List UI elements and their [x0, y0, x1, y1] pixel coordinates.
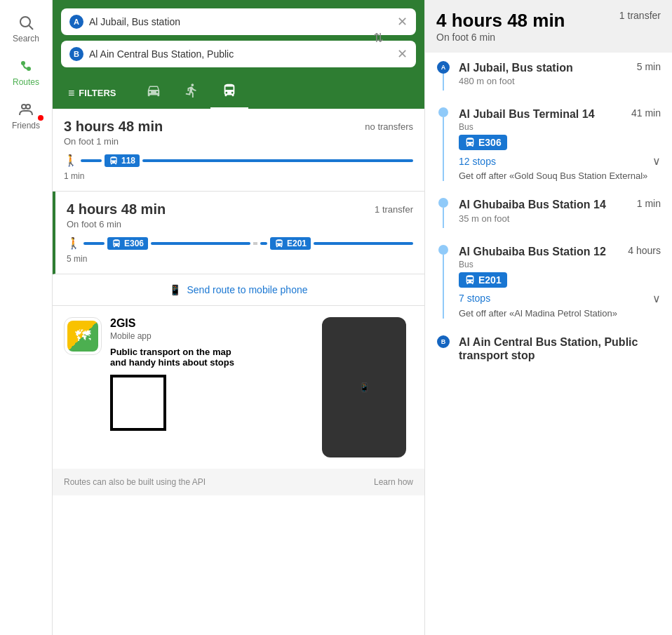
- route-1-transfers: no transfers: [365, 121, 413, 132]
- qr-code: [110, 375, 166, 431]
- route-1-bars: 🚶 118: [64, 154, 413, 167]
- bus-badge-1: E306: [459, 135, 507, 150]
- time-1: 41 min: [631, 107, 661, 119]
- sub-a: 480 m on foot: [459, 76, 661, 86]
- destination-clear-button[interactable]: ✕: [397, 46, 408, 62]
- type-1: Bus: [459, 122, 661, 132]
- friends-label: Friends: [12, 121, 40, 131]
- routes-label: Routes: [13, 77, 39, 87]
- timeline-line-3: [443, 255, 444, 319]
- phone-mockup: 📱: [322, 317, 406, 457]
- send-route-section[interactable]: 📱 Send route to mobile phone: [53, 274, 424, 306]
- timeline-left-1: [436, 107, 450, 181]
- api-note: Routes can also be built using the API L…: [53, 469, 424, 495]
- station-a: Al Jubail, Bus station: [459, 61, 573, 74]
- send-icon: 📱: [169, 284, 181, 295]
- sidebar-item-search[interactable]: Search: [0, 7, 52, 51]
- route-2-foot: On foot 6 min: [67, 219, 413, 229]
- promo-logo-inner: 🗺: [67, 321, 98, 352]
- timeline-dot-1: [438, 107, 448, 117]
- filters-bar: ≡ FILTERS: [53, 73, 424, 109]
- timeline-content-3: Al Ghubaiba Bus Station 12 4 hours Bus E…: [459, 245, 661, 319]
- time-3: 4 hours: [628, 245, 661, 256]
- timeline-item-2: Al Ghubaiba Bus Station 14 1 min 35 m on…: [436, 189, 661, 236]
- route-1-time: 3 hours 48 min: [64, 119, 163, 135]
- route-card-1[interactable]: 3 hours 48 min no transfers On foot 1 mi…: [53, 109, 424, 192]
- tl-header-3: Al Ghubaiba Bus Station 12 4 hours: [459, 245, 661, 258]
- timeline-item-1: Al Jubail Bus Terminal 14 41 min Bus E30…: [436, 99, 661, 189]
- swap-button[interactable]: ⇅: [373, 30, 384, 46]
- timeline-line-1: [443, 117, 444, 181]
- send-route-label: Send route to mobile phone: [187, 284, 307, 295]
- filters-label: FILTERS: [79, 88, 116, 98]
- detail-transfers: 1 transfer: [619, 10, 661, 21]
- detail-header: 4 hours 48 min On foot 6 min 1 transfer: [425, 0, 672, 53]
- note-1: Get off after «Gold Souq Bus Station Ext…: [459, 171, 661, 181]
- type-3: Bus: [459, 260, 661, 269]
- origin-row: A Al Jubail, Bus station ✕: [61, 8, 416, 35]
- stops-link-3: 7 stops: [459, 293, 490, 304]
- api-note-text: Routes can also be built using the API: [64, 477, 206, 487]
- promo-card: 🗺 2GIS Mobile app Public transport on th…: [53, 306, 424, 469]
- notification-dot: [38, 115, 43, 121]
- stops-toggle-1[interactable]: 12 stops ∨: [459, 154, 661, 168]
- timeline-content-1: Al Jubail Bus Terminal 14 41 min Bus E30…: [459, 107, 661, 181]
- sidebar-item-friends[interactable]: Friends: [0, 94, 52, 138]
- timeline-left-2: [436, 198, 450, 227]
- timeline-dot-2: [438, 198, 448, 208]
- inputs-wrapper: A Al Jubail, Bus station ✕ B Al Ain Cent…: [61, 8, 416, 67]
- detail-header-left: 4 hours 48 min On foot 6 min: [436, 10, 565, 43]
- walk-bar-2: [83, 242, 105, 245]
- promo-subtitle: Mobile app: [110, 331, 314, 341]
- promo-desc: Public transport on the mapand handy hin…: [110, 347, 314, 368]
- tab-bus[interactable]: [210, 77, 248, 109]
- stops-chevron-1[interactable]: ∨: [652, 154, 661, 168]
- time-a: 5 min: [637, 61, 661, 72]
- station-2: Al Ghubaiba Bus Station 14: [459, 198, 606, 211]
- right-panel: 4 hours 48 min On foot 6 min 1 transfer …: [424, 0, 672, 635]
- sub-2: 35 m on foot: [459, 213, 661, 224]
- timeline-dot-3: [438, 245, 448, 255]
- api-learn-link[interactable]: Learn how: [374, 477, 413, 487]
- promo-title: 2GIS: [110, 317, 314, 330]
- bus-badge-3: E201: [459, 272, 507, 288]
- tab-walk[interactable]: [173, 77, 210, 109]
- timeline-line-a: [443, 74, 444, 91]
- bar-2a: [151, 242, 250, 245]
- timeline-item-a: A Al Jubail, Bus station 5 min 480 m on …: [436, 53, 661, 99]
- bus-segment-2a: E306: [107, 237, 148, 250]
- long-bar-1: [142, 159, 413, 162]
- timeline-content-2: Al Ghubaiba Bus Station 14 1 min 35 m on…: [459, 198, 661, 227]
- bus-line-2b: E201: [287, 239, 307, 248]
- station-1: Al Jubail Bus Terminal 14: [459, 107, 595, 121]
- tl-header-b: Al Ain Central Bus Station, Public trans…: [459, 335, 661, 362]
- timeline-left-3: [436, 245, 450, 319]
- stops-link-1: 12 stops: [459, 156, 496, 167]
- stops-chevron-3[interactable]: ∨: [652, 292, 661, 305]
- search-box: A Al Jubail, Bus station ✕ B Al Ain Cent…: [53, 0, 424, 73]
- stops-toggle-3[interactable]: 7 stops ∨: [459, 292, 661, 305]
- tab-car[interactable]: [135, 77, 173, 109]
- walk-icon-1: 🚶: [64, 154, 78, 167]
- route-2-bars: 🚶 E306 E201: [67, 236, 413, 250]
- bus-line-1: 118: [121, 156, 135, 166]
- filters-button[interactable]: ≡ FILTERS: [61, 83, 123, 104]
- route-2-timelabel: 5 min: [67, 254, 413, 264]
- destination-row: B Al Ain Central Bus Station, Public ✕: [61, 41, 416, 67]
- timeline-left-a: A: [436, 61, 450, 91]
- origin-clear-button[interactable]: ✕: [397, 14, 408, 29]
- sidebar-item-routes[interactable]: Routes: [0, 51, 52, 94]
- origin-input[interactable]: Al Jubail, Bus station: [89, 16, 391, 27]
- station-b: Al Ain Central Bus Station, Public trans…: [459, 335, 661, 362]
- detail-foot: On foot 6 min: [436, 32, 565, 43]
- route-card-2[interactable]: 4 hours 48 min 1 transfer On foot 6 min …: [53, 192, 424, 274]
- tl-header-1: Al Jubail Bus Terminal 14 41 min: [459, 107, 661, 121]
- tl-header-a: Al Jubail, Bus station 5 min: [459, 61, 661, 74]
- route-2-time: 4 hours 48 min: [67, 201, 166, 218]
- walk-bar-1: [81, 159, 102, 162]
- sidebar: Search Routes Friends: [0, 0, 53, 635]
- bus-segment-1: 118: [105, 154, 140, 167]
- destination-marker: B: [69, 47, 83, 61]
- timeline-dot-b: B: [437, 335, 450, 348]
- destination-input[interactable]: Al Ain Central Bus Station, Public: [89, 48, 391, 60]
